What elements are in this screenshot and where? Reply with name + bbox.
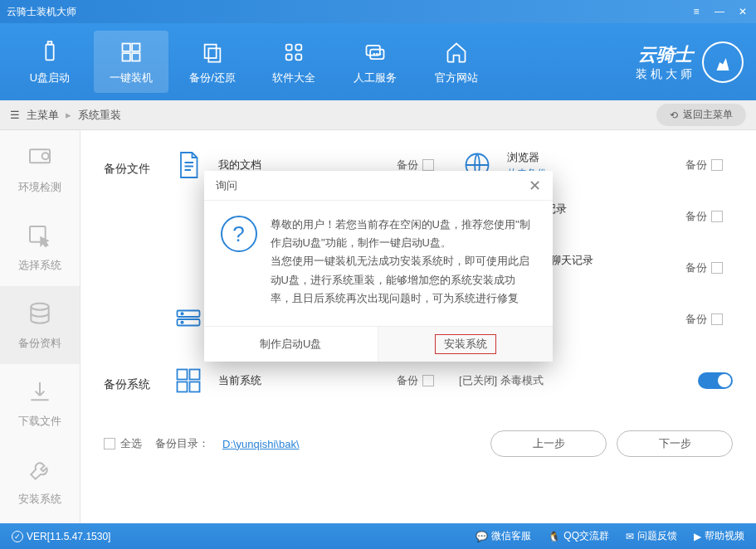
wrench-icon xyxy=(25,455,55,485)
svg-point-18 xyxy=(42,153,49,159)
svg-point-15 xyxy=(377,53,378,54)
check-icon: ✓ xyxy=(12,531,23,542)
footer-feedback[interactable]: ✉问题反馈 xyxy=(626,529,677,543)
svg-rect-6 xyxy=(205,44,217,57)
nav-website[interactable]: 官方网站 xyxy=(419,31,494,93)
svg-rect-36 xyxy=(178,382,188,392)
backup-driver[interactable]: 备份 xyxy=(685,312,723,327)
breadcrumb-current: 系统重装 xyxy=(78,108,121,123)
antivirus-toggle[interactable] xyxy=(698,372,733,389)
database-icon xyxy=(25,299,55,329)
svg-rect-17 xyxy=(30,149,50,163)
svg-rect-34 xyxy=(178,370,188,380)
footer-wechat[interactable]: 💬微信客服 xyxy=(476,529,531,543)
chevron-right-icon: ▸ xyxy=(66,109,71,121)
svg-rect-5 xyxy=(132,53,139,61)
windows-grid-icon xyxy=(170,362,207,399)
back-arrow-icon: ⟲ xyxy=(670,109,678,121)
wechat-icon: 💬 xyxy=(476,531,488,542)
minimize-icon[interactable]: — xyxy=(713,5,726,18)
svg-rect-9 xyxy=(295,44,301,50)
backup-qq[interactable]: 备份 xyxy=(685,209,723,224)
home-icon xyxy=(443,39,470,66)
next-button[interactable]: 下一步 xyxy=(617,430,733,457)
dialog-title: 询问 xyxy=(216,178,237,193)
section-system-label: 备份系统 xyxy=(104,362,170,414)
sidebar-item-backup[interactable]: 备份资料 xyxy=(0,286,80,364)
sidebar: 环境检测 选择系统 备份资料 下载文件 安装系统 xyxy=(0,130,80,523)
footer-help[interactable]: ▶帮助视频 xyxy=(694,529,744,543)
backup-aliw[interactable]: 备份 xyxy=(685,260,723,275)
brand: 云骑士 装机大师 xyxy=(636,41,744,83)
sidebar-item-install[interactable]: 安装系统 xyxy=(0,442,80,520)
close-icon[interactable]: ✕ xyxy=(736,5,749,18)
title-bar: 云骑士装机大师 ≡ — ✕ xyxy=(0,0,756,23)
chat-icon xyxy=(362,39,388,66)
svg-point-16 xyxy=(379,53,380,54)
footer-qq[interactable]: 🐧QQ交流群 xyxy=(548,529,609,543)
svg-rect-8 xyxy=(286,44,292,50)
breadcrumb: ☰ 主菜单 ▸ 系统重装 ⟲ 返回主菜单 xyxy=(0,100,756,130)
checkbox[interactable] xyxy=(711,159,723,171)
drive-icon xyxy=(170,301,207,338)
nav-one-click-install[interactable]: 一键装机 xyxy=(94,31,168,93)
video-icon: ▶ xyxy=(694,531,701,542)
svg-rect-7 xyxy=(208,48,220,61)
checkbox[interactable] xyxy=(422,159,434,171)
qq-small-icon: 🐧 xyxy=(548,531,560,542)
apps-icon xyxy=(280,39,307,66)
sidebar-item-select-system[interactable]: 选择系统 xyxy=(0,208,80,286)
feedback-icon: ✉ xyxy=(626,531,634,542)
svg-rect-37 xyxy=(190,382,200,392)
svg-rect-35 xyxy=(190,370,200,380)
nav-support[interactable]: 人工服务 xyxy=(338,31,412,93)
monitor-gear-icon xyxy=(25,143,55,173)
backup-browser[interactable]: 备份 xyxy=(685,158,723,172)
windows-icon xyxy=(118,39,144,66)
footer: ✓ VER[11.5.47.1530] 💬微信客服 🐧QQ交流群 ✉问题反馈 ▶… xyxy=(0,523,756,549)
usb-icon xyxy=(37,39,63,66)
knight-logo-icon xyxy=(702,41,744,83)
backup-dir-link[interactable]: D:\yunqishi\bak\ xyxy=(222,438,300,450)
checkbox[interactable] xyxy=(711,262,723,274)
download-icon xyxy=(25,377,55,407)
question-icon: ? xyxy=(221,216,257,252)
svg-rect-10 xyxy=(286,54,292,60)
back-to-main-button[interactable]: ⟲ 返回主菜单 xyxy=(656,104,746,126)
header: U盘启动 一键装机 备份/还原 软件大全 人工服务 官方网站 云骑士 装机大师 xyxy=(0,23,756,100)
document-icon xyxy=(170,147,207,183)
sidebar-item-env-check[interactable]: 环境检测 xyxy=(0,130,80,208)
install-system-button[interactable]: 安装系统 xyxy=(378,327,553,362)
svg-point-14 xyxy=(373,53,374,54)
nav-usb-boot[interactable]: U盘启动 xyxy=(12,31,87,93)
svg-rect-11 xyxy=(295,54,301,60)
version-badge[interactable]: ✓ VER[11.5.47.1530] xyxy=(12,531,110,542)
breadcrumb-main[interactable]: 主菜单 xyxy=(27,108,59,123)
checkbox[interactable] xyxy=(711,211,723,222)
nav-backup-restore[interactable]: 备份/还原 xyxy=(175,31,250,93)
antivirus-label: [已关闭] 杀毒模式 xyxy=(459,373,544,388)
dialog-close-button[interactable]: ✕ xyxy=(529,177,541,195)
svg-point-31 xyxy=(181,322,183,323)
nav-software[interactable]: 软件大全 xyxy=(256,31,331,93)
select-all[interactable]: 全选 xyxy=(104,436,142,451)
svg-rect-1 xyxy=(48,41,52,45)
checkbox[interactable] xyxy=(422,375,434,386)
cursor-icon xyxy=(25,221,55,251)
backup-cursys[interactable]: 备份 xyxy=(397,373,434,388)
make-usb-button[interactable]: 制作启动U盘 xyxy=(204,327,379,362)
copy-icon xyxy=(199,39,226,66)
confirm-dialog: 询问 ✕ ? 尊敬的用户！若您当前存在空闲的U盘，推荐您使用"制作启动U盘"功能… xyxy=(204,171,553,361)
section-files-label: 备份文件 xyxy=(104,147,170,352)
sidebar-item-download[interactable]: 下载文件 xyxy=(0,364,80,442)
svg-rect-0 xyxy=(46,44,53,60)
list-icon: ☰ xyxy=(10,109,20,121)
app-title: 云骑士装机大师 xyxy=(7,5,690,19)
svg-rect-2 xyxy=(123,43,130,51)
svg-rect-3 xyxy=(132,43,139,51)
svg-point-20 xyxy=(31,304,48,310)
prev-button[interactable]: 上一步 xyxy=(490,430,607,457)
svg-rect-4 xyxy=(123,53,130,61)
checkbox[interactable] xyxy=(711,313,723,325)
menu-icon[interactable]: ≡ xyxy=(690,5,703,18)
